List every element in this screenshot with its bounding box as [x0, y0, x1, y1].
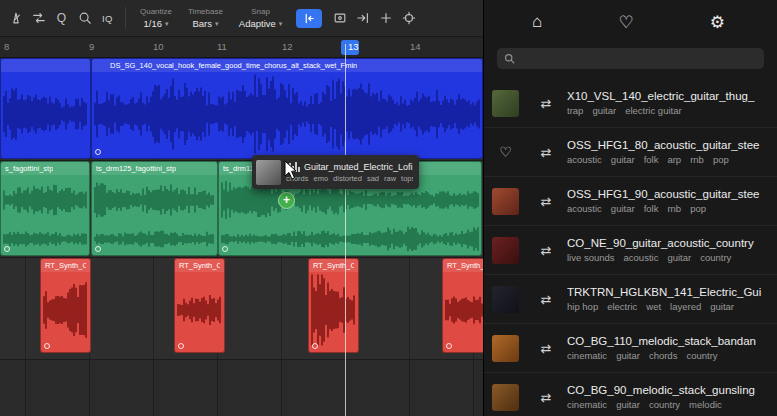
loop-handle[interactable]: [312, 343, 318, 349]
sample-tag[interactable]: wet: [646, 301, 661, 312]
audio-clip-vocal[interactable]: DS_SG_140_vocal_hook_female_good_time_ch…: [91, 58, 483, 159]
sample-tag[interactable]: hip hop: [567, 301, 598, 312]
sample-tag[interactable]: electric: [607, 301, 637, 312]
sample-title[interactable]: OSS_HFG1_80_acoustic_guitar_stee: [567, 139, 775, 151]
ruler-bar[interactable]: 11: [217, 41, 227, 52]
heart-icon[interactable]: ♡: [492, 144, 519, 160]
sample-tag[interactable]: pop: [690, 203, 706, 214]
green-clip[interactable]: ts_drm125_fagottini_stp: [91, 161, 218, 256]
sample-tag[interactable]: chords: [649, 350, 678, 361]
snap-left-button[interactable]: [296, 9, 322, 28]
sample-tag[interactable]: acoustic: [567, 203, 602, 214]
search-input[interactable]: [520, 53, 757, 64]
home-icon[interactable]: ⌂: [532, 12, 542, 32]
flex-arrows-icon[interactable]: [28, 8, 49, 29]
loop-handle[interactable]: [4, 246, 10, 252]
sample-tag[interactable]: acoustic: [624, 252, 659, 263]
sample-tag[interactable]: country: [700, 252, 731, 263]
sample-tag[interactable]: electric guitar: [625, 105, 682, 116]
sample-title[interactable]: TRKTRN_HGLKBN_141_Electric_Gui: [567, 286, 775, 298]
sample-row[interactable]: ⇄ OSS_HFG1_90_acoustic_guitar_stee acous…: [484, 177, 777, 226]
green-clip[interactable]: s_fagottini_stp: [0, 161, 90, 256]
sample-row[interactable]: ⇄ TRKTRN_HGLKBN_141_Electric_Gui hip hop…: [484, 275, 777, 324]
red-clip[interactable]: RT_Synth_C: [308, 258, 359, 353]
ruler-bar[interactable]: 13: [348, 41, 359, 52]
ruler-bar[interactable]: 10: [153, 41, 164, 52]
loop-handle[interactable]: [446, 343, 452, 349]
ruler-bar[interactable]: 14: [410, 41, 421, 52]
snap-value[interactable]: Adaptive: [239, 18, 276, 29]
sample-tag[interactable]: country: [686, 350, 717, 361]
zoom-icon[interactable]: [74, 8, 95, 29]
sample-tag[interactable]: guitar: [710, 301, 734, 312]
sample-tag[interactable]: cinematic: [567, 399, 607, 410]
timebase-field[interactable]: Timebase Bars▾: [188, 7, 223, 29]
sample-title[interactable]: CO_BG_110_melodic_stack_bandan: [567, 335, 775, 347]
sample-tag[interactable]: rnb: [667, 203, 681, 214]
sample-tag[interactable]: guitar: [667, 252, 691, 263]
sample-tag[interactable]: guitar: [616, 399, 640, 410]
favorites-icon[interactable]: ♡: [618, 12, 633, 33]
arrange-area[interactable]: DS_SG_140_vocal_hook_female_good_time_ch…: [0, 58, 483, 416]
quantize-value[interactable]: 1/16: [144, 18, 163, 29]
track-row-empty[interactable]: [0, 360, 483, 416]
add-icon[interactable]: [375, 8, 396, 29]
similar-sounds-icon[interactable]: ⇄: [538, 292, 554, 307]
quantize-field[interactable]: Quantize 1/16▾: [140, 7, 172, 29]
timebase-value[interactable]: Bars: [192, 18, 212, 29]
loop-handle[interactable]: [178, 343, 184, 349]
similar-sounds-icon[interactable]: ⇄: [538, 341, 554, 356]
ruler-bar[interactable]: 12: [282, 41, 293, 52]
sample-title[interactable]: OSS_HFG1_90_acoustic_guitar_stee: [567, 188, 775, 200]
sample-tag[interactable]: folk: [644, 203, 659, 214]
sample-tag[interactable]: arp: [667, 154, 681, 165]
sample-tag[interactable]: live sounds: [567, 252, 615, 263]
loop-handle[interactable]: [44, 343, 50, 349]
playhead-line[interactable]: [345, 44, 346, 416]
similar-sounds-icon[interactable]: ⇄: [538, 243, 554, 258]
autoplay-icon[interactable]: [352, 8, 373, 29]
similar-sounds-icon[interactable]: ⇄: [538, 96, 554, 111]
sample-tag[interactable]: pop: [713, 154, 729, 165]
loop-handle[interactable]: [95, 149, 101, 155]
sample-row[interactable]: ⇄ CO_BG_110_melodic_stack_bandan cinemat…: [484, 324, 777, 373]
sample-tag[interactable]: rnb: [690, 154, 704, 165]
similar-sounds-icon[interactable]: ⇄: [538, 390, 554, 405]
sample-row[interactable]: ♡ ⇄ OSS_HFG1_80_acoustic_guitar_stee aco…: [484, 128, 777, 177]
sample-tag[interactable]: cinematic: [567, 350, 607, 361]
quantize-q-icon[interactable]: Q: [51, 8, 72, 29]
sample-title[interactable]: CO_BG_90_melodic_stack_gunsling: [567, 384, 775, 396]
sample-tag[interactable]: trap: [567, 105, 583, 116]
sample-title[interactable]: CO_NE_90_guitar_acoustic_country: [567, 237, 775, 249]
sample-tag[interactable]: guitar: [611, 154, 635, 165]
snap-field[interactable]: Snap Adaptive▾: [239, 7, 283, 29]
similar-sounds-icon[interactable]: ⇄: [538, 145, 554, 160]
similar-sounds-icon[interactable]: ⇄: [538, 194, 554, 209]
sample-row[interactable]: ⇄ X10_VSL_140_electric_guitar_thug_ trap…: [484, 79, 777, 128]
ruler-bar[interactable]: 8: [4, 41, 9, 52]
sample-title[interactable]: X10_VSL_140_electric_guitar_thug_: [567, 90, 775, 102]
sample-tag[interactable]: folk: [644, 154, 659, 165]
metronome-icon[interactable]: [5, 8, 26, 29]
loop-handle[interactable]: [95, 246, 101, 252]
sample-tag[interactable]: acoustic: [567, 154, 602, 165]
sample-row[interactable]: ⇄ CO_BG_90_melodic_stack_gunsling cinema…: [484, 373, 777, 416]
red-clip[interactable]: RT_Synth_C: [174, 258, 225, 353]
sample-tag[interactable]: layered: [670, 301, 701, 312]
sample-row[interactable]: ⇄ CO_NE_90_guitar_acoustic_country live …: [484, 226, 777, 275]
ruler-bar[interactable]: 9: [89, 41, 94, 52]
settings-gear-icon[interactable]: ⚙: [710, 12, 725, 33]
audio-clip-vocal-left[interactable]: [0, 58, 91, 159]
red-clip[interactable]: RT_Synth_C: [40, 258, 91, 353]
red-clip[interactable]: RT_Synth_C: [442, 258, 483, 353]
monitor-icon[interactable]: [329, 8, 350, 29]
sample-tag[interactable]: guitar: [592, 105, 616, 116]
ruler[interactable]: 891011121314: [0, 37, 483, 58]
sample-tag[interactable]: guitar: [616, 350, 640, 361]
sample-tag[interactable]: country: [649, 399, 680, 410]
search-bar[interactable]: [497, 48, 764, 69]
sample-tag[interactable]: melodic: [689, 399, 722, 410]
smart-quantize-button[interactable]: IQ: [97, 8, 118, 29]
sample-tag[interactable]: guitar: [611, 203, 635, 214]
grid-snap-icon[interactable]: [398, 8, 419, 29]
